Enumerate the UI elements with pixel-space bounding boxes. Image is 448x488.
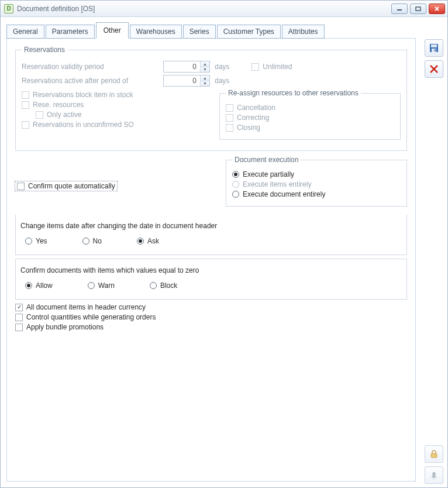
maximize-button[interactable] [410,4,426,14]
reassign-correcting-checkbox[interactable]: Correcting [226,114,269,122]
confirm-zero-allow-radio[interactable]: Allow [25,281,53,290]
reassign-group: Re-assign resources to other reservation… [219,89,401,140]
reassign-closing-checkbox[interactable]: Closing [226,123,260,132]
tab-panel-other: Reservations Reservation validity period… [6,38,416,482]
active-after-spinner[interactable]: ▲ ▼ [163,75,210,87]
svg-rect-5 [431,44,437,47]
only-active-checkbox[interactable]: Only active [36,111,81,119]
reassign-legend: Re-assign resources to other reservation… [226,89,361,97]
validity-label: Reservation validity period [22,63,158,71]
svg-rect-7 [435,49,436,51]
svg-rect-10 [431,453,437,458]
floppy-icon [429,43,439,53]
active-after-label: Reservations active after period of [22,77,158,85]
lock-button[interactable] [425,445,443,463]
confirm-quote-checkbox[interactable]: Confirm quote automatically [15,181,117,191]
pin-icon [429,470,439,480]
save-button[interactable] [425,39,443,57]
doc-exec-group: Document execution Execute partially Exe… [226,156,407,207]
unlimited-checkbox[interactable]: Unlimited [251,63,292,71]
close-button[interactable] [429,4,445,14]
side-toolbar [421,17,447,487]
tab-warehouses[interactable]: Warehouses [130,25,182,39]
confirm-zero-block-radio[interactable]: Block [150,281,177,290]
exec-document-radio[interactable]: Execute document entirely [232,190,325,198]
change-date-no-radio[interactable]: No [82,237,102,245]
exec-items-radio[interactable]: Execute items entirely [232,180,311,188]
validity-unit: days [215,63,229,71]
all-items-currency-checkbox[interactable]: All document items in header currency [15,303,407,311]
minimize-button[interactable] [391,4,408,14]
change-date-ask-radio[interactable]: Ask [137,237,159,245]
active-after-input[interactable] [164,75,200,86]
reservations-group: Reservations Reservation validity period… [15,46,407,151]
confirm-zero-warn-radio[interactable]: Warn [88,281,115,290]
tab-attributes[interactable]: Attributes [282,25,325,39]
window-title: Document definition [OS] [17,5,391,13]
lock-icon [429,449,439,459]
reservations-legend: Reservations [22,46,67,54]
active-after-down[interactable]: ▼ [201,81,209,87]
svg-rect-1 [416,7,421,11]
unconfirmed-so-checkbox[interactable]: Reservations in unconfirmed SO [22,121,134,129]
change-date-label: Change items date after changing the dat… [20,222,402,230]
validity-spinner[interactable]: ▲ ▼ [163,61,210,73]
reassign-cancellation-checkbox[interactable]: Cancellation [226,104,275,112]
tab-general[interactable]: General [6,25,44,39]
rese-resources-checkbox[interactable]: Rese. resources [22,101,84,109]
active-after-up[interactable]: ▲ [201,75,209,81]
title-bar: D Document definition [OS] [1,1,447,17]
confirm-zero-label: Confirm documents with items which value… [20,266,402,274]
tab-bar: General Parameters Other Warehouses Seri… [2,18,421,38]
control-quantities-checkbox[interactable]: Control quantities while generating orde… [15,313,407,321]
exec-partial-radio[interactable]: Execute partially [232,170,294,178]
validity-down[interactable]: ▼ [201,67,209,73]
tab-parameters[interactable]: Parameters [46,25,95,39]
cancel-button[interactable] [425,60,443,78]
close-icon [429,64,439,74]
confirm-zero-group: Confirm documents with items which value… [15,259,407,300]
tab-other[interactable]: Other [96,22,129,39]
apply-bundle-checkbox[interactable]: Apply bundle promotions [15,323,407,331]
change-date-yes-radio[interactable]: Yes [25,237,47,245]
pin-button[interactable] [425,466,443,484]
tab-series[interactable]: Series [183,25,216,39]
validity-input[interactable] [164,61,200,72]
tab-customer-types[interactable]: Customer Types [217,25,281,39]
app-icon: D [4,4,13,13]
change-date-group: Change items date after changing the dat… [15,215,407,255]
active-after-unit: days [215,77,229,85]
block-stock-checkbox[interactable]: Reservations block item in stock [22,91,133,99]
doc-exec-legend: Document execution [232,156,301,164]
validity-up[interactable]: ▲ [201,61,209,67]
